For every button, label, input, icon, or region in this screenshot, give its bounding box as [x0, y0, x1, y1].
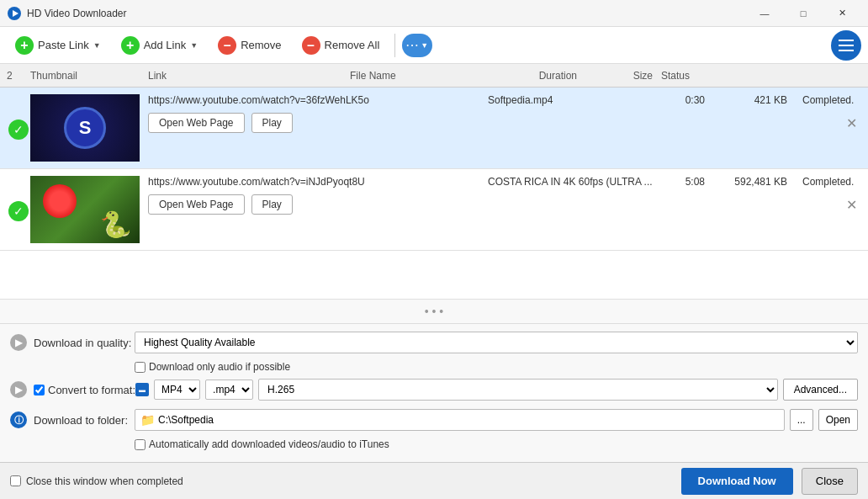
more-arrow: ▼	[421, 41, 429, 50]
toolbar: + Paste Link ▼ + Add Link ▼ – Remove – R…	[0, 27, 868, 64]
col-status-header: Status	[653, 70, 861, 82]
video-2-snake: 🐍	[100, 210, 131, 239]
minimize-button[interactable]: —	[745, 0, 784, 27]
paste-link-icon: +	[15, 36, 34, 55]
hamburger-icon	[839, 40, 854, 51]
close-when-completed-checkbox[interactable]	[10, 475, 21, 486]
video-item-2: ✓ 🐍 https://www.youtube.com/watch?v=iNJd…	[0, 169, 868, 251]
col-filename-header: File Name	[350, 70, 518, 82]
add-link-arrow: ▼	[190, 41, 198, 50]
folder-label: Download to folder:	[34, 414, 135, 427]
paste-link-label: Paste Link	[38, 39, 89, 51]
ext-select[interactable]: .mp4	[205, 380, 253, 400]
convert-info-icon[interactable]: ▶	[10, 381, 27, 398]
window-controls: — □ ✕	[745, 0, 861, 27]
app-title: HD Video Downloader	[27, 8, 745, 19]
settings-area: ▶ Download in quality: Highest Quality A…	[0, 323, 868, 462]
quality-label: Download in quality:	[34, 337, 135, 349]
convert-checkbox-label[interactable]: Convert to format:	[34, 384, 135, 396]
maximize-button[interactable]: □	[784, 0, 823, 27]
video-1-close[interactable]: ✕	[841, 113, 861, 133]
video-2-actions: Open Web Page Play ✕	[148, 194, 861, 215]
title-bar: HD Video Downloader — □ ✕	[0, 0, 868, 27]
hamburger-menu-button[interactable]	[831, 30, 861, 61]
video-1-status: Completed.	[794, 94, 861, 106]
itunes-row: Automatically add downloaded videos/audi…	[135, 438, 858, 450]
video-2-filename: COSTA RICA IN 4K 60fps (ULTRA ...	[488, 176, 656, 188]
audio-only-row: Download only audio if possible	[135, 361, 858, 373]
download-quality-row: ▶ Download in quality: Highest Quality A…	[10, 331, 858, 354]
col-link-header: Link	[148, 70, 350, 82]
quality-info-icon[interactable]: ▶	[10, 334, 27, 351]
video-1-filename: Softpedia.mp4	[488, 94, 656, 106]
close-when-completed-label[interactable]: Close this window when completed	[10, 475, 183, 487]
table-header: 2 Thumbnail Link File Name Duration Size…	[0, 64, 868, 88]
close-app-button[interactable]: Close	[802, 468, 858, 495]
video-1-check: ✓	[7, 94, 30, 140]
remove-icon: –	[218, 36, 236, 55]
close-when-completed-text: Close this window when completed	[26, 475, 183, 487]
video-2-size: 592,481 KB	[712, 176, 787, 188]
close-window-button[interactable]: ✕	[823, 0, 861, 27]
folder-path-display[interactable]: 📁 C:\Softpedia	[135, 409, 785, 431]
video-2-play[interactable]: Play	[251, 194, 293, 215]
browse-button[interactable]: ...	[790, 409, 813, 431]
video-1-check-icon: ✓	[8, 119, 29, 140]
video-1-thumb-visual: S	[30, 94, 140, 162]
advanced-button[interactable]: Advanced...	[783, 379, 858, 401]
paste-link-button[interactable]: + Paste Link ▼	[7, 32, 109, 59]
open-folder-button[interactable]: Open	[818, 409, 858, 431]
download-folder-row: ⓘ Download to folder: 📁 C:\Softpedia ...…	[10, 408, 858, 432]
video-2-duration: 5:08	[663, 176, 705, 188]
video-1-play[interactable]: Play	[251, 113, 293, 133]
svg-rect-2	[839, 40, 854, 41]
audio-only-checkbox[interactable]	[135, 362, 146, 373]
quality-select[interactable]: Highest Quality Available	[135, 332, 858, 353]
bottom-bar: Close this window when completed Downloa…	[0, 462, 868, 499]
video-2-close[interactable]: ✕	[841, 194, 861, 215]
more-options-button[interactable]: ⋯ ▼	[402, 34, 432, 57]
video-1-duration: 0:30	[663, 94, 705, 106]
video-2-link: https://www.youtube.com/watch?v=iNJdPyoq…	[148, 176, 481, 188]
format-select[interactable]: MP4	[154, 380, 200, 400]
folder-info-icon[interactable]: ⓘ	[10, 411, 27, 428]
video-2-thumb-visual: 🐍	[30, 176, 140, 243]
download-now-button[interactable]: Download Now	[681, 468, 793, 495]
col-thumbnail-header: Thumbnail	[30, 70, 148, 82]
itunes-label[interactable]: Automatically add downloaded videos/audi…	[135, 438, 389, 450]
add-link-label: Add Link	[144, 39, 187, 51]
col-duration-header: Duration	[518, 70, 577, 82]
quality-control: Highest Quality Available	[135, 332, 858, 353]
video-2-info: https://www.youtube.com/watch?v=iNJdPyoq…	[148, 176, 861, 215]
convert-checkbox[interactable]	[34, 385, 45, 395]
video-item-1-row: ✓ S https://www.youtube.com/watch?v=36fz…	[7, 94, 861, 162]
video-1-open-web-page[interactable]: Open Web Page	[148, 113, 245, 133]
video-1-size: 421 KB	[712, 94, 787, 106]
video-2-open-web-page[interactable]: Open Web Page	[148, 194, 245, 215]
col-num-header: 2	[7, 70, 30, 82]
folder-path-text: C:\Softpedia	[158, 414, 214, 426]
itunes-checkbox[interactable]	[135, 439, 146, 450]
toolbar-separator	[394, 34, 395, 57]
remove-all-icon: –	[302, 36, 320, 55]
folder-icon: 📁	[140, 413, 155, 427]
add-link-button[interactable]: + Add Link ▼	[113, 32, 207, 59]
convert-control: ▬ MP4 .mp4 H.265 Advanced...	[135, 379, 858, 401]
remove-button[interactable]: – Remove	[209, 32, 289, 59]
video-2-check-icon: ✓	[8, 201, 29, 221]
app-icon	[7, 6, 22, 21]
content-area: 2 Thumbnail Link File Name Duration Size…	[0, 64, 868, 462]
folder-control: 📁 C:\Softpedia ... Open	[135, 409, 858, 431]
remove-label: Remove	[241, 39, 281, 51]
video-1-thumb-logo: S	[64, 107, 106, 149]
col-size-header: Size	[577, 70, 653, 82]
paste-link-arrow: ▼	[93, 41, 101, 50]
remove-all-button[interactable]: – Remove All	[294, 32, 389, 59]
more-dots: ⋯	[405, 37, 420, 53]
video-1-info-top: https://www.youtube.com/watch?v=36fzWehL…	[148, 94, 861, 106]
audio-only-label[interactable]: Download only audio if possible	[135, 361, 290, 373]
codec-select[interactable]: H.265	[258, 379, 778, 401]
remove-all-label: Remove All	[325, 39, 380, 51]
svg-rect-3	[839, 45, 854, 46]
video-2-flower	[43, 184, 77, 218]
